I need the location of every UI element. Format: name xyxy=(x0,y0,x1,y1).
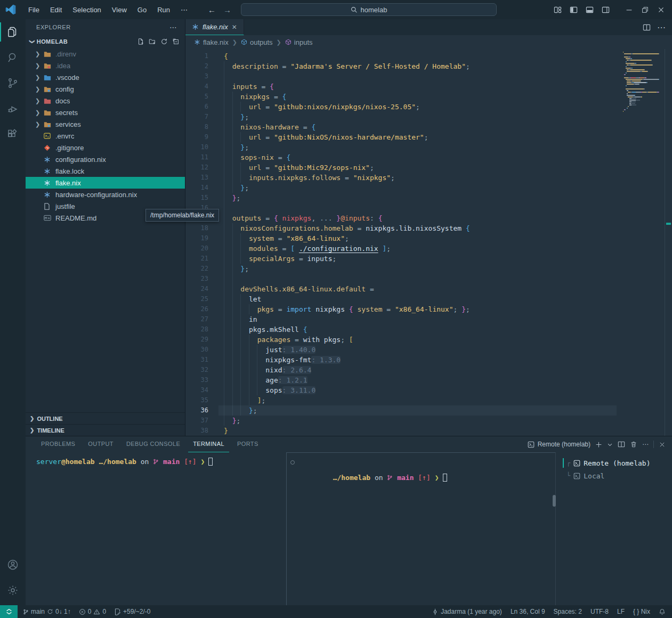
code-line-19[interactable]: 19 system = "x86_64-linux"; xyxy=(185,233,617,243)
breadcrumb-item-flake-nix[interactable]: flake.nix xyxy=(194,38,229,46)
code-line-33[interactable]: 33 age: 1.2.1 xyxy=(185,375,617,385)
file-tree-item-services[interactable]: ❯services xyxy=(26,118,185,130)
tab-flake-nix[interactable]: flake.nix ✕ xyxy=(185,19,244,35)
code-line-37[interactable]: 37 }; xyxy=(185,416,617,426)
editor-more-actions-icon[interactable]: ⋯ xyxy=(657,22,666,32)
panel-more-actions-icon[interactable]: ⋯ xyxy=(642,441,649,448)
terminal-pane-1[interactable]: server@homelab …/homelab on main [↑] ❯ xyxy=(26,452,286,605)
file-tree-item-configuration-nix[interactable]: configuration.nix xyxy=(26,153,185,165)
menu-selection[interactable]: Selection xyxy=(67,4,106,16)
panel-tab-terminal[interactable]: TERMINAL xyxy=(188,436,229,452)
activitybar-run-debug[interactable] xyxy=(0,96,26,121)
code-line-38[interactable]: 38} xyxy=(185,426,617,436)
file-tree-item--envrc[interactable]: .envrc xyxy=(26,130,185,142)
code-line-30[interactable]: 30 just: 1.40.0 xyxy=(185,345,617,355)
menu-edit[interactable]: Edit xyxy=(45,4,67,16)
code-line-8[interactable]: 8 nixos-hardware = { xyxy=(185,122,617,132)
new-terminal-icon[interactable] xyxy=(595,441,602,448)
panel-tab-output[interactable]: OUTPUT xyxy=(83,436,118,452)
code-line-22[interactable]: 22 }; xyxy=(185,264,617,274)
toggle-sidebar-icon[interactable] xyxy=(566,3,580,17)
code-line-15[interactable]: 15 }; xyxy=(185,193,617,203)
code-line-6[interactable]: 6 url = "github:nixos/nixpkgs/nixos-25.0… xyxy=(185,102,617,112)
code-line-27[interactable]: 27 in xyxy=(185,314,617,324)
terminal-scrollbar-thumb[interactable] xyxy=(553,495,556,507)
panel-tab-debug-console[interactable]: DEBUG CONSOLE xyxy=(122,436,185,452)
status-branch[interactable]: main0↓ 1↑ xyxy=(23,608,71,615)
breadcrumb-item-outputs[interactable]: outputs xyxy=(241,38,273,46)
code-line-5[interactable]: 5 nixpkgs = { xyxy=(185,92,617,102)
code-line-10[interactable]: 10 }; xyxy=(185,142,617,152)
code-line-21[interactable]: 21 specialArgs = inputs; xyxy=(185,254,617,264)
close-panel-icon[interactable] xyxy=(659,441,666,448)
file-tree-item-flake-nix[interactable]: flake.nix xyxy=(26,177,185,189)
panel-tab-ports[interactable]: PORTS xyxy=(232,436,263,452)
status-commit[interactable]: Jadarma (1 year ago) xyxy=(432,608,502,615)
nav-forward-button[interactable]: → xyxy=(223,5,231,14)
menu-run[interactable]: Run xyxy=(152,4,175,16)
terminal-list-item-remote-homelab-[interactable]: ┌Remote (homelab) xyxy=(556,457,672,469)
terminal-list-item-local[interactable]: └Local xyxy=(556,469,672,482)
file-tree-item-config[interactable]: ❯config xyxy=(26,83,185,95)
menu-view[interactable]: View xyxy=(107,4,132,16)
code-line-4[interactable]: 4 inputs = { xyxy=(185,82,617,92)
window-restore-button[interactable] xyxy=(638,3,652,17)
file-tree-item-flake-lock[interactable]: flake.lock xyxy=(26,165,185,177)
code-line-32[interactable]: 32 nixd: 2.6.4 xyxy=(185,365,617,375)
explorer-more-actions-icon[interactable]: ⋯ xyxy=(169,23,177,31)
code-line-34[interactable]: 34 sops: 3.11.0 xyxy=(185,385,617,395)
minimap[interactable] xyxy=(623,52,662,112)
code-line-24[interactable]: 24 devShells.x86_64-linux.default = xyxy=(185,284,617,294)
remote-indicator[interactable] xyxy=(0,605,18,618)
activitybar-extensions[interactable] xyxy=(0,121,26,147)
code-line-7[interactable]: 7 }; xyxy=(185,112,617,122)
status-indentation[interactable]: Spaces: 2 xyxy=(554,608,582,615)
activitybar-explorer[interactable] xyxy=(0,19,26,45)
status-language[interactable]: { } Nix xyxy=(633,608,650,615)
code-line-12[interactable]: 12 url = "github:Mic92/sops-nix"; xyxy=(185,162,617,173)
file-tree-item--direnv[interactable]: ❯.direnv xyxy=(26,48,185,60)
code-editor[interactable]: 1{2 description = "Jadarma's Server / Se… xyxy=(185,49,672,436)
terminal-pane-2[interactable]: …/homelab on main [↑] ❯ xyxy=(286,452,555,605)
file-tree-item--vscode[interactable]: ❯.vscode xyxy=(26,71,185,83)
refresh-icon[interactable] xyxy=(160,38,168,45)
customize-layout-icon[interactable] xyxy=(550,3,564,17)
outline-section[interactable]: ❯ OUTLINE xyxy=(26,412,185,424)
code-line-17[interactable]: 17 outputs = { nixpkgs, ... }@inputs: { xyxy=(185,213,617,223)
window-minimize-button[interactable] xyxy=(622,3,636,17)
split-editor-icon[interactable] xyxy=(643,23,651,31)
status-cursor-position[interactable]: Ln 36, Col 9 xyxy=(511,608,545,615)
terminal-picker[interactable]: Remote (homelab) xyxy=(528,441,590,448)
file-tree-item-secrets[interactable]: ❯secrets xyxy=(26,107,185,118)
status-encoding[interactable]: UTF-8 xyxy=(590,608,609,615)
file-tree-item--idea[interactable]: ❯.idea xyxy=(26,60,185,71)
file-tree-item-docs[interactable]: ❯docs xyxy=(26,95,185,107)
code-line-29[interactable]: 29 packages = with pkgs; [ xyxy=(185,335,617,345)
code-line-13[interactable]: 13 inputs.nixpkgs.follows = "nixpkgs"; xyxy=(185,173,617,183)
timeline-section[interactable]: ❯ TIMELINE xyxy=(26,424,185,436)
code-line-23[interactable]: 23 xyxy=(185,274,617,284)
status-eol[interactable]: LF xyxy=(617,608,625,615)
toggle-secondary-sidebar-icon[interactable] xyxy=(598,3,612,17)
menu-overflow[interactable]: ⋯ xyxy=(175,4,193,16)
activitybar-search[interactable] xyxy=(0,45,26,70)
file-tree-item-hardware-configuration-nix[interactable]: hardware-configuration.nix xyxy=(26,189,185,200)
file-tree-item--gitignore[interactable]: .gitignore xyxy=(26,142,185,153)
breadcrumb-item-inputs[interactable]: inputs xyxy=(285,38,313,46)
code-line-26[interactable]: 26 pkgs = import nixpkgs { system = "x86… xyxy=(185,304,617,314)
menu-file[interactable]: File xyxy=(23,4,45,16)
code-line-11[interactable]: 11 sops-nix = { xyxy=(185,152,617,162)
activitybar-settings[interactable] xyxy=(0,578,26,603)
code-line-25[interactable]: 25 let xyxy=(185,294,617,304)
project-section-header[interactable]: ❯ HOMELAB xyxy=(26,35,185,48)
status-problems[interactable]: 00 xyxy=(79,608,106,615)
tab-close-icon[interactable]: ✕ xyxy=(232,23,237,31)
code-line-16[interactable]: 16 xyxy=(185,203,617,213)
terminal-dropdown-icon[interactable] xyxy=(607,442,613,448)
activitybar-account[interactable] xyxy=(0,552,26,578)
code-line-35[interactable]: 35 ]; xyxy=(185,395,617,405)
status-changes[interactable]: +59/~2/-0 xyxy=(114,608,150,615)
collapse-all-icon[interactable] xyxy=(172,38,180,45)
nav-back-button[interactable]: ← xyxy=(208,5,216,14)
window-close-button[interactable] xyxy=(654,3,668,17)
